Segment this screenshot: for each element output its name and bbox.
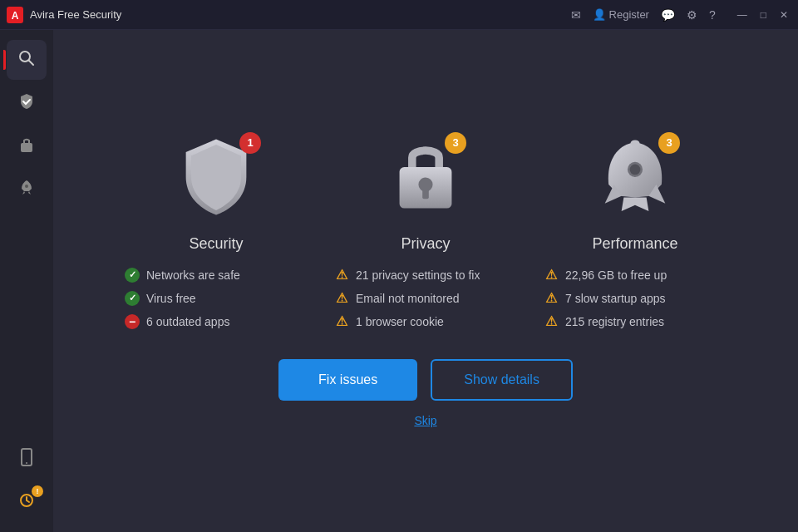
email-icon[interactable]: ✉ [571, 8, 581, 22]
security-item-1: ✓ Virus free [125, 291, 308, 306]
performance-item-text-0: 22,96 GB to free up [565, 268, 667, 282]
title-bar: A Avira Free Security ✉ 👤 Register 💬 ⚙ ?… [0, 0, 798, 30]
shield-check-icon [17, 92, 36, 115]
privacy-item-text-2: 1 browser cookie [356, 315, 444, 328]
rocket-icon [18, 179, 35, 201]
chat-icon[interactable]: 💬 [661, 8, 675, 22]
privacy-title: Privacy [401, 235, 450, 253]
security-item-0: ✓ Networks are safe [125, 268, 308, 283]
lock-icon [18, 135, 35, 158]
sidebar-item-privacy[interactable] [7, 126, 47, 166]
security-item-2: − 6 outdated apps [125, 314, 308, 329]
svg-line-3 [29, 60, 34, 65]
svg-point-5 [25, 185, 28, 188]
minimize-button[interactable]: — [734, 7, 751, 22]
sidebar-item-update[interactable]: ! [7, 482, 47, 522]
skip-button[interactable]: Skip [414, 414, 436, 427]
privacy-items: ⚠ 21 privacy settings to fix ⚠ Email not… [334, 268, 517, 329]
sidebar-item-security[interactable] [7, 83, 47, 123]
privacy-item-2: ⚠ 1 browser cookie [334, 314, 517, 329]
performance-item-1: ⚠ 7 slow startup apps [544, 291, 727, 306]
svg-point-14 [631, 140, 640, 145]
register-button[interactable]: 👤 Register [593, 8, 649, 21]
maximize-button[interactable]: □ [757, 7, 770, 22]
svg-rect-11 [422, 189, 429, 198]
performance-icon-wrap: 3 [594, 135, 677, 222]
warn-icon-perf0: ⚠ [544, 268, 559, 283]
security-item-text-0: Networks are safe [146, 268, 240, 282]
privacy-icon-wrap: 3 [388, 135, 463, 222]
ok-icon-1: ✓ [125, 291, 140, 306]
warn-icon-perf1: ⚠ [544, 291, 559, 306]
performance-item-text-1: 7 slow startup apps [565, 292, 666, 305]
performance-item-0: ⚠ 22,96 GB to free up [544, 268, 727, 283]
performance-card: 3 Performance ⚠ 22,96 GB to free up ⚠ 7 … [544, 135, 727, 329]
security-card: 1 Security ✓ Networks are safe ✓ Virus f… [125, 135, 308, 329]
minus-icon-0: − [125, 314, 140, 329]
sidebar: ! [0, 30, 53, 532]
security-badge: 1 [239, 132, 261, 154]
security-title: Security [189, 235, 243, 253]
app-body: ! [0, 30, 798, 532]
svg-point-13 [630, 164, 641, 175]
cards-row: 1 Security ✓ Networks are safe ✓ Virus f… [125, 135, 727, 329]
fix-issues-button[interactable]: Fix issues [278, 359, 417, 401]
performance-items: ⚠ 22,96 GB to free up ⚠ 7 slow startup a… [544, 268, 727, 329]
performance-badge: 3 [658, 132, 680, 154]
sidebar-item-mobile[interactable] [7, 439, 47, 479]
close-button[interactable]: ✕ [776, 7, 791, 22]
security-item-text-2: 6 outdated apps [146, 315, 229, 328]
warn-icon-perf2: ⚠ [544, 314, 559, 329]
ok-icon-0: ✓ [125, 268, 140, 283]
privacy-item-text-1: Email not monitored [356, 292, 460, 305]
warn-icon-p1: ⚠ [334, 291, 349, 306]
privacy-item-text-0: 21 privacy settings to fix [356, 268, 480, 282]
performance-item-2: ⚠ 215 registry entries [544, 314, 727, 329]
performance-item-text-2: 215 registry entries [565, 315, 664, 328]
privacy-badge: 3 [445, 132, 466, 154]
warn-icon-p0: ⚠ [334, 268, 349, 283]
buttons-row: Fix issues Show details [278, 359, 573, 401]
search-icon [17, 49, 36, 71]
window-controls: — □ ✕ [734, 7, 791, 22]
main-content: 1 Security ✓ Networks are safe ✓ Virus f… [53, 30, 798, 532]
sidebar-item-performance[interactable] [7, 170, 47, 209]
avira-logo: A [7, 7, 23, 23]
title-bar-controls: ✉ 👤 Register 💬 ⚙ ? — □ ✕ [571, 7, 791, 22]
svg-point-7 [26, 462, 27, 464]
privacy-item-0: ⚠ 21 privacy settings to fix [334, 268, 517, 283]
update-badge: ! [32, 485, 43, 497]
mobile-icon [20, 448, 33, 470]
show-details-button[interactable]: Show details [431, 359, 573, 401]
security-item-text-1: Virus free [146, 292, 196, 305]
privacy-item-1: ⚠ Email not monitored [334, 291, 517, 306]
sidebar-item-search[interactable] [7, 40, 47, 80]
security-icon-wrap: 1 [175, 135, 258, 222]
warn-icon-p2: ⚠ [334, 314, 349, 329]
help-icon[interactable]: ? [709, 8, 716, 22]
privacy-card: 3 Privacy ⚠ 21 privacy settings to fix ⚠… [334, 135, 517, 329]
svg-text:A: A [12, 10, 19, 22]
performance-title: Performance [592, 235, 677, 253]
settings-icon[interactable]: ⚙ [687, 8, 697, 22]
security-items: ✓ Networks are safe ✓ Virus free − 6 out… [125, 268, 308, 329]
app-title: Avira Free Security [30, 8, 571, 21]
svg-rect-4 [21, 143, 32, 152]
